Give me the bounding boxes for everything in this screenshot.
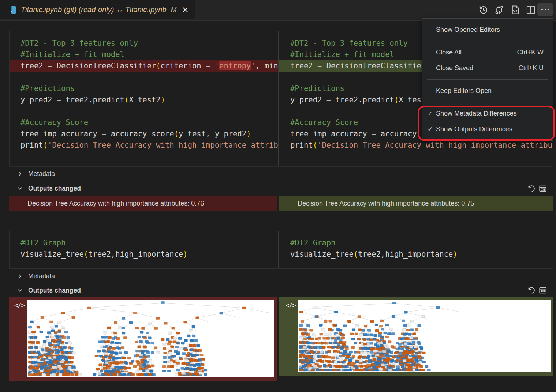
menu-shortcut: Ctrl+K W (517, 49, 544, 56)
code-line: tree_imp_accuracy = accuracy_score(y_tes… (10, 128, 278, 140)
code-line: tree2 = DecisionTreeClassifier(criterion… (10, 60, 278, 72)
output-image-modified-container: </> (279, 297, 553, 376)
code-output-icon: </> (286, 302, 296, 309)
tree-output-image-original (27, 300, 274, 377)
metadata-label: Metadata (28, 272, 55, 280)
outputs-changed-label: Outputs changed (28, 287, 81, 294)
rendered-output-icon[interactable] (539, 286, 547, 294)
tree-output-image-modified (298, 300, 551, 372)
more-actions-icon[interactable] (537, 3, 553, 16)
code-output-icon: </> (14, 302, 25, 309)
menu-item-show-metadata-differences[interactable]: ✓Show Metadata Differences (422, 106, 553, 121)
tab-bar: Titanic.ipynb (git) (read-only) ↔ Titani… (0, 0, 556, 21)
metadata-section-header-1[interactable]: Metadata (9, 166, 553, 181)
code-line: #DT2 - Top 3 features only (10, 38, 278, 49)
metadata-section-header-2[interactable]: Metadata (9, 269, 553, 283)
menu-separator (422, 76, 553, 83)
rendered-output-icon[interactable] (539, 185, 547, 193)
menu-item-label: Close All (436, 49, 517, 56)
outputs-changed-label: Outputs changed (28, 185, 81, 192)
menu-item-show-opened-editors[interactable]: Show Opened Editors (422, 22, 553, 38)
code-line: #DT2 Graph (279, 237, 553, 249)
code-line: y_pred2 = tree2.predict(X_test2) (10, 94, 278, 106)
compare-changes-icon[interactable] (495, 5, 504, 15)
menu-item-close-all[interactable]: Close AllCtrl+K W (422, 45, 553, 60)
open-changes-file-icon[interactable] (511, 5, 520, 15)
menu-shortcut: Ctrl+K U (518, 64, 544, 72)
revert-output-icon[interactable] (527, 185, 535, 193)
code-line: visualize_tree(tree2,high_importance) (10, 249, 278, 260)
menu-item-label: Show Outputs Differences (436, 125, 544, 133)
code-line: visualize_tree(tree2,high_importance) (279, 249, 553, 260)
tab-titanic-diff[interactable]: Titanic.ipynb (git) (read-only) ↔ Titani… (0, 0, 195, 19)
modified-badge: M (171, 6, 177, 14)
revert-output-icon[interactable] (527, 286, 535, 294)
close-icon[interactable]: × (182, 5, 189, 14)
output-text-original: Decision Tree Accuracy with high importa… (9, 196, 277, 211)
outputs-changed-header-1[interactable]: Outputs changed (9, 181, 553, 196)
diff-pane-modified[interactable]: #DT2 Graphvisualize_tree(tree2,high_impo… (279, 231, 553, 268)
diff-pane-original[interactable]: #DT2 Graphvisualize_tree(tree2,high_impo… (10, 231, 278, 268)
menu-item-label: Close Saved (436, 64, 518, 72)
code-line (10, 72, 278, 83)
menu-item-label: Keep Editors Open (436, 87, 544, 95)
check-icon: ✓ (426, 125, 434, 133)
output-image-diff: </> </> (9, 297, 553, 382)
output-text-diff: Decision Tree Accuracy with high importa… (9, 196, 553, 211)
vscode-notebook-diff-editor: { "tab_bar": { "tab": { "title": "Titani… (0, 0, 556, 392)
code-line: print('Decision Tree Accuracy with high … (279, 140, 553, 151)
code-line: #Accuracy Score (10, 117, 278, 128)
outputs-changed-header-2[interactable]: Outputs changed (9, 283, 553, 297)
menu-item-show-outputs-differences[interactable]: ✓Show Outputs Differences (422, 121, 553, 137)
output-text-modified: Decision Tree Accuracy with high importa… (279, 196, 553, 211)
code-line: print('Decision Tree Accuracy with high … (10, 140, 278, 151)
chevron-right-icon (17, 273, 23, 279)
menu-item-label: Show Metadata Differences (436, 110, 544, 117)
menu-separator (422, 38, 553, 45)
metadata-label: Metadata (28, 170, 55, 178)
menu-item-close-saved[interactable]: Close SavedCtrl+K U (422, 60, 553, 76)
chevron-down-icon (17, 287, 23, 294)
history-icon[interactable] (479, 5, 488, 15)
code-line: #DT2 Graph (10, 237, 278, 249)
menu-separator (422, 99, 553, 106)
code-line: #Initialize + fit model (10, 49, 278, 60)
output-image-original-container: </> (9, 297, 277, 381)
menu-item-keep-editors-open[interactable]: Keep Editors Open (422, 83, 553, 99)
diff-pane-original[interactable]: #DT2 - Top 3 features only#Initialize + … (10, 31, 278, 166)
code-line (10, 106, 278, 117)
tab-title: Titanic.ipynb (git) (read-only) ↔ Titani… (21, 5, 167, 14)
check-icon: ✓ (426, 110, 434, 117)
editor-actions-menu: Show Opened EditorsClose AllCtrl+K WClos… (422, 18, 553, 141)
diff-cell-code-2: #DT2 Graphvisualize_tree(tree2,high_impo… (9, 231, 553, 269)
split-editor-icon[interactable] (526, 5, 536, 15)
menu-item-label: Show Opened Editors (436, 26, 544, 34)
code-line: #Predictions (10, 83, 278, 94)
chevron-down-icon (17, 185, 23, 192)
chevron-right-icon (17, 171, 23, 177)
notebook-icon (10, 5, 16, 14)
